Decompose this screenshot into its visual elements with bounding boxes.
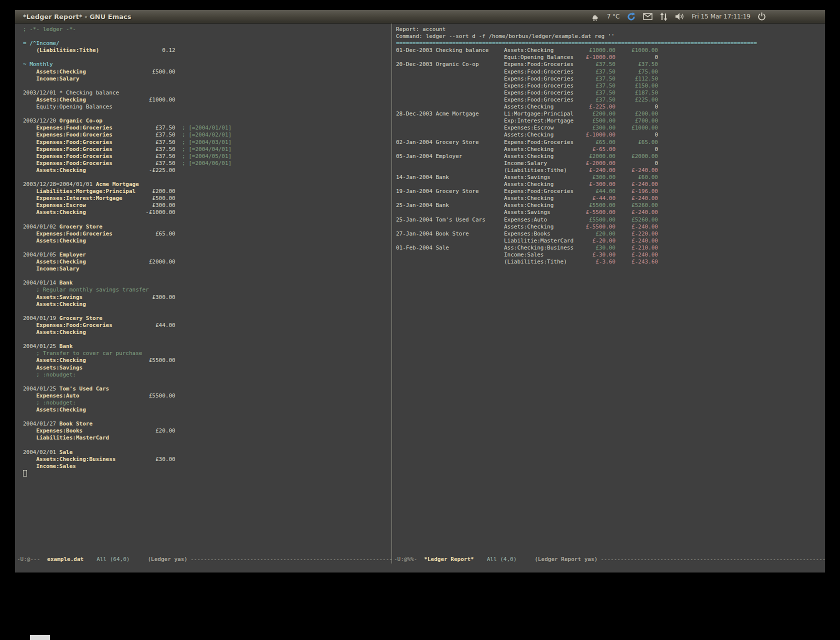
power-icon[interactable] <box>758 12 766 21</box>
report-account: Expens:Food:Groceries <box>504 188 579 195</box>
source-text: 2004/01/02 <box>23 224 60 230</box>
source-text: Grocery Store <box>60 224 102 230</box>
source-text: -£225.00 <box>86 167 176 174</box>
modeline-major-mode[interactable]: (Ledger yas) <box>148 556 187 562</box>
refresh-icon[interactable] <box>626 12 636 22</box>
source-line: Expenses:Books £20.00 <box>23 428 392 434</box>
source-text: ; [=2004/06/01] <box>176 160 232 166</box>
report-account: Expens:Food:Groceries <box>504 96 579 104</box>
report-account: Exp:Interest:Mortgage <box>504 118 579 124</box>
report-date-payee: 01-Dec-2003 Checking balance <box>396 47 504 54</box>
modeline-buffer-name[interactable]: example.dat <box>47 556 84 562</box>
source-text: Sale <box>60 449 73 456</box>
source-line: Liabilities:MasterCard <box>23 434 392 442</box>
report-amount: £5500.00 <box>579 202 616 209</box>
ledger-report-buffer[interactable]: Report: account Command: ledger --sort d… <box>392 24 825 555</box>
report-balance: £187.50 <box>616 90 658 96</box>
report-amount: £1000.00 <box>579 47 616 54</box>
source-text: ; [=2004/01/01] <box>176 124 232 131</box>
source-text: Book Store <box>60 420 92 427</box>
report-amount: £5500.00 <box>579 216 616 224</box>
source-text: Expenses:Food:Groceries <box>23 146 112 152</box>
modeline-major-mode[interactable]: (Ledger Report yas) <box>534 556 598 562</box>
report-date-payee <box>396 104 504 110</box>
report-row: Assets:Savings£-5500.00£-240.00 <box>396 209 825 216</box>
report-balance: £-240.00 <box>616 209 658 216</box>
source-line: 2004/01/05 Employer <box>23 252 392 258</box>
source-line: ; :nobudget: <box>23 372 392 378</box>
report-balance: £-240.00 <box>616 238 658 244</box>
source-line: Expenses:Food:Groceries £37.50 ; [=2004/… <box>23 139 392 146</box>
source-text: Acme Mortgage <box>96 181 139 188</box>
report-amount: £-20.00 <box>579 238 616 244</box>
report-date-payee: 02-Jan-2004 Grocery Store <box>396 139 504 146</box>
mail-icon[interactable] <box>643 13 652 20</box>
source-line: Assets:Checking £2000.00 <box>23 258 392 266</box>
modeline-dashes: ----------------------------------------… <box>600 556 825 562</box>
titlebar[interactable]: *Ledger Report* - GNU Emacs 7 °C <box>15 10 825 24</box>
report-balance: £112.50 <box>616 76 658 82</box>
source-text: Assets:Checking <box>23 96 86 103</box>
source-text: = /^Income/ <box>23 40 60 46</box>
source-text: Expenses:Food:Groceries <box>23 322 112 328</box>
report-date-payee <box>396 132 504 138</box>
report-row: Expens:Food:Groceries£37.50£75.00 <box>396 68 825 76</box>
report-date-payee <box>396 195 504 202</box>
report-row: Assets:Checking£-44.00£-240.00 <box>396 195 825 202</box>
report-account: (Liabilities:Tithe) <box>504 167 579 174</box>
report-date-payee <box>396 224 504 230</box>
report-balance: £5260.00 <box>616 216 658 224</box>
minibuffer[interactable] <box>15 564 825 572</box>
volume-icon[interactable] <box>675 12 684 20</box>
report-row: (Liabilities:Tithe)£-3.60£-243.60 <box>396 258 825 266</box>
source-line: Income:Salary <box>23 266 392 272</box>
report-account: Assets:Checking <box>504 224 579 230</box>
source-text: £5500.00 <box>86 357 176 364</box>
source-line: Assets:Checking <box>23 329 392 336</box>
source-text: Tom's Used Cars <box>60 386 109 392</box>
report-account: Expens:Food:Groceries <box>504 76 579 82</box>
source-line: 2004/01/25 Bank <box>23 343 392 350</box>
source-line <box>23 272 392 280</box>
report-row: Expenses:Escrow£300.00£1000.00 <box>396 124 825 132</box>
report-amount: £-3.60 <box>579 258 616 266</box>
report-date-payee: 01-Feb-2004 Sale <box>396 244 504 252</box>
report-row: Exp:Interest:Mortgage£500.00£700.00 <box>396 118 825 124</box>
modeline-buffer-name[interactable]: *Ledger Report* <box>424 556 474 562</box>
source-text: Bank <box>60 280 73 286</box>
report-row: Expens:Food:Groceries£37.50£225.00 <box>396 96 825 104</box>
source-text: £300.00 <box>82 294 175 300</box>
report-balance: £1000.00 <box>616 124 658 132</box>
source-text: £37.50 <box>112 153 176 160</box>
source-text: Organic Co-op <box>60 118 102 124</box>
report-balance: £-220.00 <box>616 230 658 238</box>
source-buffer[interactable]: ; -*- ledger -*- = /^Income/ (Liabilitie… <box>15 24 392 555</box>
weather-icon[interactable] <box>590 12 600 21</box>
source-text: Assets:Checking <box>23 167 86 174</box>
modeline-right[interactable]: -U:@%%-*Ledger Report*All (4,0)(Ledger R… <box>392 555 825 564</box>
modeline-left[interactable]: -U:@---example.datAll (64,0)(Ledger yas)… <box>15 555 392 564</box>
source-line: Assets:Checking <box>23 301 392 308</box>
report-row: Assets:Checking£-5500.00£-240.00 <box>396 224 825 230</box>
report-amount: £37.50 <box>579 90 616 96</box>
report-row: Expens:Food:Groceries£37.50£112.50 <box>396 76 825 82</box>
report-balance: £-196.00 <box>616 188 658 195</box>
source-text: Assets:Checking <box>23 357 86 364</box>
source-buffer-lines: ; -*- ledger -*- = /^Income/ (Liabilitie… <box>23 26 392 477</box>
report-account: Assets:Checking <box>504 132 579 138</box>
report-row: Expens:Food:Groceries£37.50£187.50 <box>396 90 825 96</box>
bottom-strip <box>30 635 50 640</box>
report-balance: £-240.00 <box>616 167 658 174</box>
network-icon[interactable] <box>660 12 668 21</box>
report-balance: £-240.00 <box>616 252 658 258</box>
source-line: Expenses:Food:Groceries £37.50 ; [=2004/… <box>23 146 392 153</box>
source-text: Equity:Opening Balances <box>23 104 112 110</box>
report-amount: £300.00 <box>579 174 616 181</box>
source-line: 2003/12/20 Organic Co-op <box>23 118 392 124</box>
report-balance: 0 <box>616 54 658 61</box>
source-text: Assets:Checking <box>23 238 86 244</box>
clock-label[interactable]: Fri 15 Mar 17:11:19 <box>692 13 750 20</box>
emacs-frame: *Ledger Report* - GNU Emacs 7 °C <box>15 10 825 572</box>
source-text: Assets:Checking <box>23 209 86 216</box>
source-text: ; :nobudget: <box>23 400 76 406</box>
